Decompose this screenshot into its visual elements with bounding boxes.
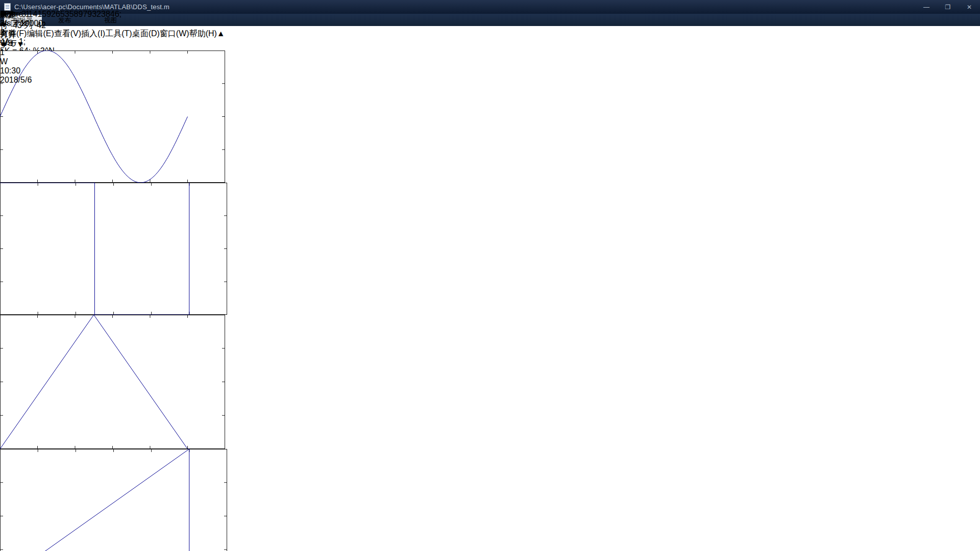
axes-subplot-sawtooth (0, 449, 227, 551)
taskbar-edge[interactable]: e (0, 10, 32, 19)
figure-menubar: 文件(F)编辑(E)查看(V)插入(I)工具(T)桌面(D)窗口(W)帮助(H)… (0, 29, 225, 39)
taskbar-wps-office[interactable]: WS (0, 39, 32, 48)
close-button[interactable]: ✕ (959, 0, 980, 14)
word-icon: W (0, 57, 8, 66)
taskbar-mail[interactable]: 1 (0, 48, 32, 57)
mail-badge: 1 (0, 48, 5, 57)
figure-menu-插入[interactable]: 插入(I) (81, 29, 105, 38)
netease-music-icon: ♪ (0, 19, 4, 28)
axes-subplot-sine (0, 51, 225, 183)
taskbar-word[interactable]: W (0, 57, 32, 66)
figure-menu-查看[interactable]: 查看(V) (54, 29, 81, 38)
figure-menu-帮助[interactable]: 帮助(H) (189, 29, 217, 38)
clock-date: 2018/5/6 (0, 76, 32, 85)
wps-office-icon: WS (0, 39, 13, 47)
menu-overflow-icon[interactable]: ▲ (217, 29, 225, 38)
minimize-button[interactable]: — (916, 0, 937, 14)
edge-icon: e (0, 10, 5, 18)
axes-subplot-square (0, 183, 227, 315)
taskbar-netease-music[interactable]: ♪ (0, 19, 32, 28)
subplot-sawtooth[interactable]: 锯齿波信号00.20.40.60.811.210.50-0.5-1时间幅值x 1… (0, 449, 227, 551)
taskbar-clock[interactable]: 10:30 2018/5/6 (0, 66, 32, 85)
figure-menu-工具[interactable]: 工具(T) (105, 29, 132, 38)
figure-window: Figure 1 — ❐ ✕ 文件(F)编辑(E)查看(V)插入(I)工具(T)… (0, 10, 225, 49)
figure-titlebar[interactable]: Figure 1 — ❐ ✕ (0, 10, 225, 29)
taskbar: e♪有道WS1W 10:30 2018/5/6 (0, 10, 32, 85)
subplot-square[interactable]: 方波信号00.20.40.60.811.210.50-0.5-1时间幅值x 10… (0, 183, 227, 315)
youdao-dict-icon: 有道 (0, 29, 16, 37)
figure-menu-桌面[interactable]: 桌面(D) (132, 29, 160, 38)
clock-time: 10:30 (0, 66, 32, 76)
axes-subplot-triangle (0, 315, 225, 449)
figure-toolbar: +−↻▼ (0, 39, 225, 49)
taskbar-youdao-dict[interactable]: 有道 (0, 28, 32, 39)
subplot-sine[interactable]: 正弦波信号00.20.40.60.811.210.50-0.5-1时间幅值x 1… (0, 51, 225, 183)
maximize-button[interactable]: ❐ (937, 0, 959, 14)
figure-menu-窗口[interactable]: 窗口(W) (160, 29, 189, 38)
subplot-triangle[interactable]: 三角波信号00.20.40.60.811.210.50-0.5-1时间幅值x 1… (0, 315, 225, 449)
matlab-desktop: C:\Users\acer-pc\Documents\MATLAB\DDS_te… (0, 0, 980, 551)
